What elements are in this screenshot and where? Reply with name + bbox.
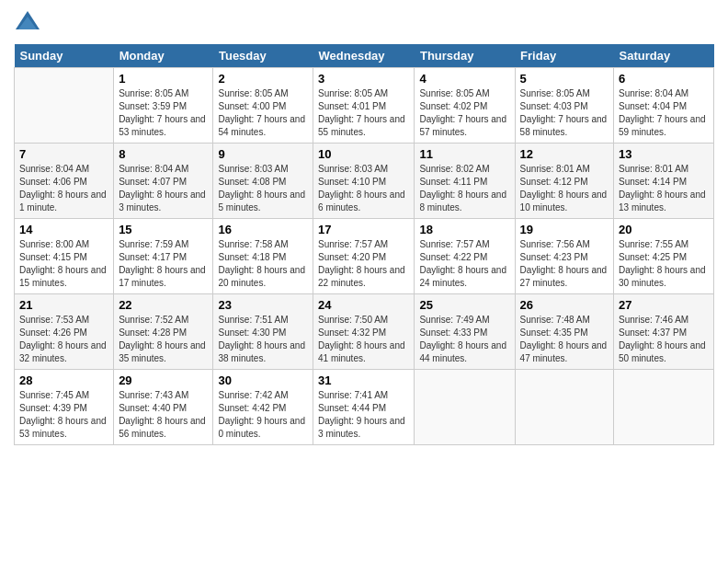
day-info: Sunrise: 7:46 AMSunset: 4:37 PMDaylight:… (619, 314, 709, 365)
day-number: 27 (619, 298, 709, 312)
logo (14, 9, 45, 37)
day-cell: 6Sunrise: 8:04 AMSunset: 4:04 PMDaylight… (614, 68, 714, 144)
day-number: 6 (619, 72, 709, 86)
day-cell (415, 370, 515, 445)
week-row-3: 21Sunrise: 7:53 AMSunset: 4:26 PMDayligh… (15, 294, 714, 370)
day-number: 22 (119, 298, 208, 312)
day-info: Sunrise: 7:48 AMSunset: 4:35 PMDaylight:… (520, 314, 609, 365)
day-info: Sunrise: 8:05 AMSunset: 4:03 PMDaylight:… (520, 87, 609, 139)
header-cell-thursday: Thursday (415, 44, 515, 68)
day-number: 5 (520, 72, 609, 86)
header-cell-monday: Monday (114, 44, 213, 68)
day-cell: 12Sunrise: 8:01 AMSunset: 4:12 PMDayligh… (515, 144, 613, 219)
day-cell: 23Sunrise: 7:51 AMSunset: 4:30 PMDayligh… (213, 294, 313, 370)
day-cell: 10Sunrise: 8:03 AMSunset: 4:10 PMDayligh… (313, 144, 415, 219)
calendar-table: SundayMondayTuesdayWednesdayThursdayFrid… (14, 44, 714, 445)
day-info: Sunrise: 7:45 AMSunset: 4:39 PMDaylight:… (19, 389, 108, 441)
day-info: Sunrise: 8:05 AMSunset: 3:59 PMDaylight:… (119, 87, 208, 139)
day-number: 28 (19, 373, 108, 387)
day-number: 17 (318, 223, 409, 236)
day-number: 2 (218, 72, 308, 86)
day-number: 15 (119, 223, 208, 236)
day-cell: 28Sunrise: 7:45 AMSunset: 4:39 PMDayligh… (15, 370, 114, 445)
day-number: 3 (318, 72, 409, 86)
day-cell: 17Sunrise: 7:57 AMSunset: 4:20 PMDayligh… (313, 219, 415, 294)
day-info: Sunrise: 8:05 AMSunset: 4:00 PMDaylight:… (218, 87, 308, 139)
day-cell: 3Sunrise: 8:05 AMSunset: 4:01 PMDaylight… (313, 68, 415, 144)
day-info: Sunrise: 8:05 AMSunset: 4:01 PMDaylight:… (318, 87, 409, 139)
day-cell: 14Sunrise: 8:00 AMSunset: 4:15 PMDayligh… (15, 219, 114, 294)
week-row-1: 7Sunrise: 8:04 AMSunset: 4:06 PMDaylight… (15, 144, 714, 219)
day-info: Sunrise: 7:50 AMSunset: 4:32 PMDaylight:… (318, 314, 409, 365)
day-cell: 20Sunrise: 7:55 AMSunset: 4:25 PMDayligh… (614, 219, 714, 294)
day-cell: 8Sunrise: 8:04 AMSunset: 4:07 PMDaylight… (114, 144, 213, 219)
day-info: Sunrise: 8:04 AMSunset: 4:07 PMDaylight:… (119, 163, 208, 214)
day-info: Sunrise: 8:00 AMSunset: 4:15 PMDaylight:… (19, 238, 108, 290)
day-cell (515, 370, 613, 445)
day-number: 4 (419, 72, 509, 86)
calendar-header: SundayMondayTuesdayWednesdayThursdayFrid… (15, 44, 714, 68)
day-info: Sunrise: 7:52 AMSunset: 4:28 PMDaylight:… (119, 314, 208, 365)
day-info: Sunrise: 8:01 AMSunset: 4:12 PMDaylight:… (520, 163, 609, 214)
day-info: Sunrise: 8:03 AMSunset: 4:08 PMDaylight:… (218, 163, 308, 214)
day-number: 13 (619, 147, 709, 161)
day-number: 14 (19, 223, 108, 236)
day-number: 31 (318, 373, 409, 387)
day-cell: 5Sunrise: 8:05 AMSunset: 4:03 PMDaylight… (515, 68, 613, 144)
day-info: Sunrise: 7:59 AMSunset: 4:17 PMDaylight:… (119, 238, 208, 290)
day-info: Sunrise: 8:01 AMSunset: 4:14 PMDaylight:… (619, 163, 709, 214)
day-number: 7 (19, 147, 108, 161)
day-number: 19 (520, 223, 609, 236)
header-cell-friday: Friday (515, 44, 613, 68)
day-number: 25 (419, 298, 509, 312)
header-cell-tuesday: Tuesday (213, 44, 313, 68)
day-cell: 19Sunrise: 7:56 AMSunset: 4:23 PMDayligh… (515, 219, 613, 294)
day-info: Sunrise: 8:04 AMSunset: 4:06 PMDaylight:… (19, 163, 108, 214)
day-number: 8 (119, 147, 208, 161)
week-row-2: 14Sunrise: 8:00 AMSunset: 4:15 PMDayligh… (15, 219, 714, 294)
day-number: 10 (318, 147, 409, 161)
day-cell: 22Sunrise: 7:52 AMSunset: 4:28 PMDayligh… (114, 294, 213, 370)
calendar-body: 1Sunrise: 8:05 AMSunset: 3:59 PMDaylight… (15, 68, 714, 445)
day-number: 20 (619, 223, 709, 236)
day-cell: 25Sunrise: 7:49 AMSunset: 4:33 PMDayligh… (415, 294, 515, 370)
day-number: 21 (19, 298, 108, 312)
day-cell: 16Sunrise: 7:58 AMSunset: 4:18 PMDayligh… (213, 219, 313, 294)
day-cell: 9Sunrise: 8:03 AMSunset: 4:08 PMDaylight… (213, 144, 313, 219)
day-number: 12 (520, 147, 609, 161)
header-cell-sunday: Sunday (15, 44, 114, 68)
day-info: Sunrise: 7:49 AMSunset: 4:33 PMDaylight:… (419, 314, 509, 365)
day-info: Sunrise: 7:56 AMSunset: 4:23 PMDaylight:… (520, 238, 609, 290)
day-info: Sunrise: 7:51 AMSunset: 4:30 PMDaylight:… (218, 314, 308, 365)
day-info: Sunrise: 8:03 AMSunset: 4:10 PMDaylight:… (318, 163, 409, 214)
day-info: Sunrise: 7:43 AMSunset: 4:40 PMDaylight:… (119, 389, 208, 441)
day-info: Sunrise: 8:05 AMSunset: 4:02 PMDaylight:… (419, 87, 509, 139)
day-cell: 11Sunrise: 8:02 AMSunset: 4:11 PMDayligh… (415, 144, 515, 219)
day-number: 18 (419, 223, 509, 236)
day-info: Sunrise: 7:57 AMSunset: 4:20 PMDaylight:… (318, 238, 409, 290)
day-cell: 13Sunrise: 8:01 AMSunset: 4:14 PMDayligh… (614, 144, 714, 219)
day-number: 23 (218, 298, 308, 312)
day-number: 29 (119, 373, 208, 387)
day-cell: 2Sunrise: 8:05 AMSunset: 4:00 PMDaylight… (213, 68, 313, 144)
day-number: 16 (218, 223, 308, 236)
day-info: Sunrise: 7:57 AMSunset: 4:22 PMDaylight:… (419, 238, 509, 290)
day-number: 11 (419, 147, 509, 161)
day-cell: 31Sunrise: 7:41 AMSunset: 4:44 PMDayligh… (313, 370, 415, 445)
day-info: Sunrise: 7:42 AMSunset: 4:42 PMDaylight:… (218, 389, 308, 441)
day-cell: 15Sunrise: 7:59 AMSunset: 4:17 PMDayligh… (114, 219, 213, 294)
day-cell: 30Sunrise: 7:42 AMSunset: 4:42 PMDayligh… (213, 370, 313, 445)
day-info: Sunrise: 7:53 AMSunset: 4:26 PMDaylight:… (19, 314, 108, 365)
day-info: Sunrise: 8:02 AMSunset: 4:11 PMDaylight:… (419, 163, 509, 214)
day-number: 24 (318, 298, 409, 312)
week-row-4: 28Sunrise: 7:45 AMSunset: 4:39 PMDayligh… (15, 370, 714, 445)
day-number: 1 (119, 72, 208, 86)
day-cell: 7Sunrise: 8:04 AMSunset: 4:06 PMDaylight… (15, 144, 114, 219)
page-header (14, 9, 714, 37)
day-cell: 24Sunrise: 7:50 AMSunset: 4:32 PMDayligh… (313, 294, 415, 370)
day-cell: 18Sunrise: 7:57 AMSunset: 4:22 PMDayligh… (415, 219, 515, 294)
header-cell-saturday: Saturday (614, 44, 714, 68)
day-cell (614, 370, 714, 445)
day-number: 26 (520, 298, 609, 312)
day-cell: 27Sunrise: 7:46 AMSunset: 4:37 PMDayligh… (614, 294, 714, 370)
